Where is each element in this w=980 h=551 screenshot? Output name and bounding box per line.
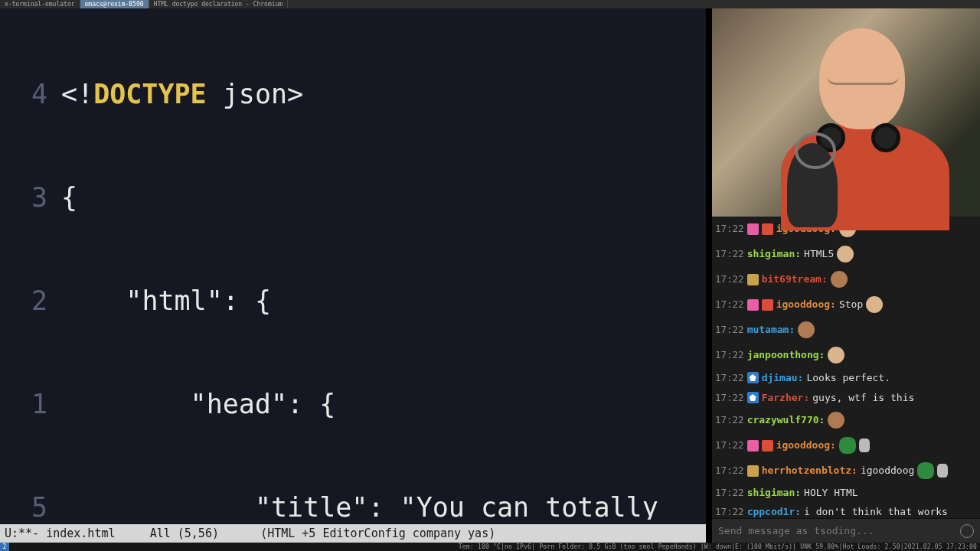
chat-timestamp: 17:22 <box>715 299 744 310</box>
chat-badge-red-icon <box>762 440 773 452</box>
chat-badge-red-icon <box>762 299 773 311</box>
emacs-modeline: U:**- index.html All (5,56) (HTML +5 Edi… <box>0 524 706 543</box>
chat-timestamp: 17:22 <box>715 223 744 234</box>
code-line: { <box>61 181 77 215</box>
chat-badge-pink-icon <box>747 299 759 311</box>
emote-picker-icon[interactable] <box>960 524 974 538</box>
modeline-position: All (5,56) <box>150 527 219 540</box>
chat-username[interactable]: shigiman: <box>747 249 801 259</box>
code-line: "title": "You can totally <box>61 491 658 520</box>
chat-badge-red-icon <box>762 223 773 235</box>
emote-bald-icon <box>837 246 854 262</box>
stream-panel: 17:22igooddoog: 17:22shigiman: HTML5 17:… <box>706 8 980 543</box>
editor-body[interactable]: 4 <!DOCTYPE json> 3 { 2 "html": { 1 "hea… <box>0 8 706 520</box>
line-number: 4 <box>0 77 61 112</box>
emote-frog-icon <box>917 462 934 479</box>
emote-face-icon <box>828 412 844 429</box>
code-line: "html": { <box>61 284 271 318</box>
chat-timestamp: 17:22 <box>715 440 744 451</box>
chat-message: 17:22Farzher: guys, wtf is this <box>715 390 978 409</box>
chat-username[interactable]: djimau: <box>762 373 804 383</box>
status-right: Tem: 100 °C|no IPv6| Porn Folder: 8.5 Gi… <box>459 543 980 550</box>
os-tab-browser[interactable]: HTML doctype declaration - Chromium <box>149 0 289 8</box>
chat-badge-pink-icon <box>747 223 759 235</box>
chat-username[interactable]: Farzher: <box>762 393 810 403</box>
chat-username[interactable]: cppcod1r: <box>747 507 801 517</box>
modeline-buffer: U:**- index.html <box>5 527 116 540</box>
chat-timestamp: 17:22 <box>715 507 744 517</box>
chat-message: 17:22igooddoog: <box>715 435 978 460</box>
modeline-modes: (HTML +5 EditorConfig company yas) <box>260 527 495 540</box>
emote-wave-icon <box>937 464 948 478</box>
os-taskbar: x-terminal-emulator emacs@rexim-B590 HTM… <box>0 0 980 8</box>
chat-message: 17:22crazywulf770: <box>715 409 978 435</box>
chat-username[interactable]: crazywulf770: <box>747 415 825 425</box>
chat-timestamp: 17:22 <box>715 274 744 285</box>
line-number: 5 <box>0 491 61 520</box>
chat-message: 17:22shigiman: HTML5 <box>715 243 978 269</box>
chat-message: 17:22igooddoog: Stop <box>715 294 978 319</box>
chat-username[interactable]: janpoonthong: <box>747 350 825 360</box>
chat-username[interactable]: herrhotzenblotz: <box>762 465 858 476</box>
line-number: 2 <box>0 284 61 318</box>
chat-username[interactable]: mutamam: <box>747 324 795 335</box>
emote-bald-icon <box>866 296 883 313</box>
microphone-icon <box>787 143 838 227</box>
chat-text: igooddoog <box>861 465 914 476</box>
chat-message: 17:22djimau: Looks perfect. <box>715 370 978 390</box>
chat-timestamp: 17:22 <box>715 249 744 259</box>
chat-input[interactable]: Send message as tsoding... <box>712 518 980 543</box>
chat-badge-blue-icon <box>747 392 759 403</box>
chat-log[interactable]: 17:22igooddoog: 17:22shigiman: HTML5 17:… <box>712 217 980 518</box>
emote-face-icon <box>831 271 848 288</box>
chat-text: guys, wtf is this <box>812 393 914 403</box>
chat-username[interactable]: bit69tream: <box>762 274 828 285</box>
code-line: <!DOCTYPE json> <box>61 77 303 112</box>
chat-message: 17:22bit69tream: <box>715 269 978 294</box>
emote-face-icon <box>798 321 815 338</box>
chat-username[interactable]: igooddoog: <box>776 299 836 310</box>
chat-text: Looks perfect. <box>806 373 890 383</box>
chat-badge-gold-icon <box>747 274 759 285</box>
line-number: 1 <box>0 387 61 422</box>
chat-timestamp: 17:22 <box>715 350 744 360</box>
editor-pane[interactable]: 4 <!DOCTYPE json> 3 { 2 "html": { 1 "hea… <box>0 8 706 543</box>
os-tab-emacs[interactable]: emacs@rexim-B590 <box>80 0 149 8</box>
chat-timestamp: 17:22 <box>715 487 744 498</box>
chat-message: 17:22cppcod1r: i don't think that works <box>715 504 978 518</box>
webcam-feed <box>712 8 980 217</box>
chat-message: 17:22mutamam: <box>715 319 978 344</box>
chat-message: 17:22shigiman: HOLY HTML <box>715 485 978 504</box>
workspace-indicator[interactable]: 2 <box>0 543 9 551</box>
emote-wave-icon <box>859 439 870 452</box>
chat-text: HOLY HTML <box>804 487 858 498</box>
chat-message: 17:22janpoonthong: <box>715 344 978 370</box>
chat-timestamp: 17:22 <box>715 324 744 335</box>
chat-username[interactable]: shigiman: <box>747 487 801 498</box>
glasses-icon <box>827 65 899 85</box>
os-tab-terminal[interactable]: x-terminal-emulator <box>0 0 80 8</box>
chat-badge-pink-icon <box>747 440 759 452</box>
chat-timestamp: 17:22 <box>715 415 744 425</box>
chat-badge-blue-icon <box>747 372 759 383</box>
chat-badge-gold-icon <box>747 465 759 477</box>
i3-status-bar: 2 Tem: 100 °C|no IPv6| Porn Folder: 8.5 … <box>0 543 980 551</box>
chat-username[interactable]: igooddoog: <box>776 440 836 451</box>
chat-text: i don't think that works <box>804 507 948 517</box>
line-number: 3 <box>0 181 61 215</box>
chat-message: 17:22herrhotzenblotz: igooddoog <box>715 460 978 485</box>
chat-timestamp: 17:22 <box>715 373 744 383</box>
emote-bald-icon <box>828 347 844 364</box>
code-line: "head": { <box>61 387 335 422</box>
chat-input-placeholder: Send message as tsoding... <box>718 525 874 536</box>
chat-text: Stop <box>839 299 863 310</box>
chat-timestamp: 17:22 <box>715 393 744 403</box>
chat-timestamp: 17:22 <box>715 465 744 476</box>
emote-frog-icon <box>839 437 856 454</box>
chat-text: HTML5 <box>804 249 834 259</box>
